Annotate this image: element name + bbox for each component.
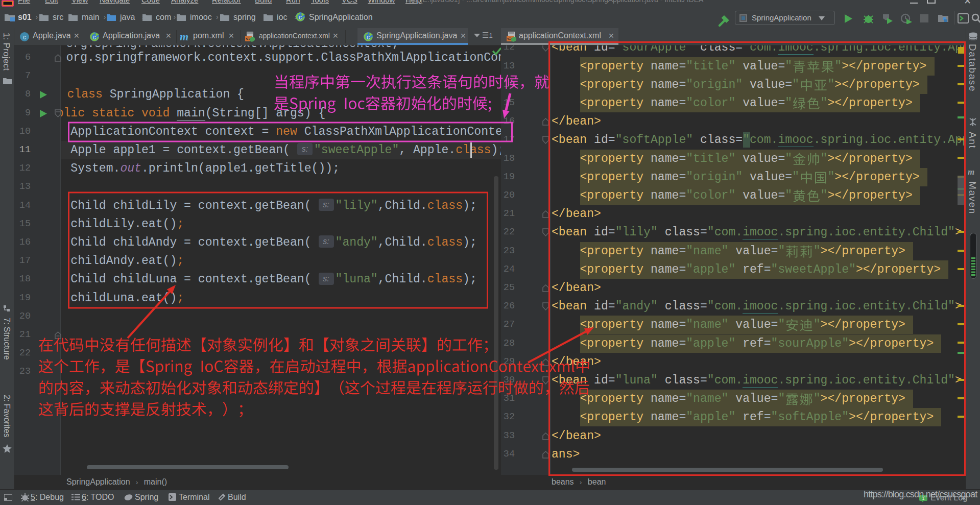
svg-text:c: c bbox=[367, 34, 370, 41]
svg-text:c: c bbox=[93, 34, 96, 41]
svg-text:m: m bbox=[180, 32, 188, 41]
svg-text:c: c bbox=[299, 14, 302, 21]
svg-text:c: c bbox=[23, 34, 26, 41]
